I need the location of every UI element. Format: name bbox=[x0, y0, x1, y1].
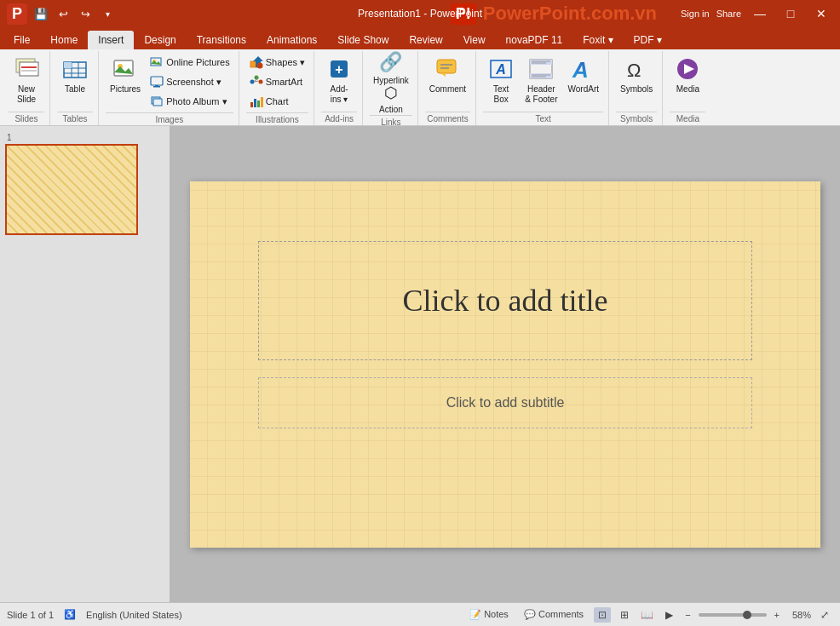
addins-label: Add-ins ▾ bbox=[331, 84, 348, 105]
svg-rect-34 bbox=[437, 60, 456, 73]
addins-button[interactable]: + Add-ins ▾ bbox=[321, 53, 357, 107]
symbols-icon: Ω bbox=[623, 55, 650, 83]
qat-save-button[interactable]: 💾 bbox=[32, 5, 49, 22]
svg-marker-35 bbox=[440, 73, 446, 77]
quick-access-toolbar: P 💾 ↩ ↪ ▾ bbox=[7, 3, 116, 25]
slide-bg-preview bbox=[7, 146, 136, 233]
wordart-button[interactable]: A WordArt bbox=[564, 53, 604, 97]
tab-foxit[interactable]: Foxit ▾ bbox=[572, 31, 623, 49]
symbols-label: Symbols bbox=[620, 84, 653, 95]
header-footer-icon bbox=[527, 55, 555, 83]
screenshot-label: Screenshot ▾ bbox=[166, 77, 222, 88]
tab-animations[interactable]: Animations bbox=[256, 31, 327, 49]
watermark-text: PowerPoint.com.vn bbox=[483, 3, 657, 25]
svg-rect-28 bbox=[250, 102, 253, 107]
svg-rect-30 bbox=[257, 101, 260, 107]
tab-review[interactable]: Review bbox=[399, 31, 452, 49]
group-comments-label: Comments bbox=[425, 112, 470, 125]
qat-undo-button[interactable]: ↩ bbox=[55, 5, 72, 22]
reading-view-button[interactable]: 📖 bbox=[638, 607, 655, 623]
status-bar: Slide 1 of 1 ♿ English (United States) 📝… bbox=[0, 602, 840, 626]
zoom-minus-button[interactable]: − bbox=[682, 610, 693, 620]
pictures-icon bbox=[112, 55, 139, 83]
svg-rect-17 bbox=[155, 85, 158, 86]
tab-design[interactable]: Design bbox=[134, 31, 186, 49]
fit-slide-button[interactable]: ⤢ bbox=[816, 607, 833, 623]
notes-button[interactable]: 📝 Notes bbox=[464, 608, 514, 621]
qat-redo-button[interactable]: ↪ bbox=[77, 5, 94, 22]
media-button[interactable]: Media bbox=[670, 53, 705, 97]
screenshot-button[interactable]: Screenshot ▾ bbox=[147, 72, 233, 91]
tab-pdf[interactable]: PDF ▾ bbox=[624, 31, 672, 49]
maximize-button[interactable]: □ bbox=[779, 4, 803, 23]
group-text: A TextBox Header& Footer A WordArt Text bbox=[478, 51, 609, 125]
textbox-button[interactable]: A TextBox bbox=[483, 53, 519, 107]
comments-icon: 💬 bbox=[524, 609, 536, 619]
slide-preview[interactable] bbox=[5, 144, 138, 235]
action-button[interactable]: ⬡ Action bbox=[370, 83, 412, 113]
accessibility-icon[interactable]: ♿ bbox=[64, 609, 76, 620]
shapes-button[interactable]: Shapes ▾ bbox=[246, 53, 308, 72]
header-footer-button[interactable]: Header& Footer bbox=[521, 53, 561, 107]
tab-novapdf[interactable]: novaPDF 11 bbox=[496, 31, 573, 49]
textbox-icon: A bbox=[487, 55, 515, 83]
tab-insert[interactable]: Insert bbox=[88, 31, 134, 49]
svg-text:Ω: Ω bbox=[627, 60, 641, 81]
zoom-level[interactable]: 58% bbox=[787, 610, 811, 620]
minimize-button[interactable]: — bbox=[748, 4, 772, 23]
pictures-button[interactable]: Pictures bbox=[106, 53, 145, 97]
zoom-slider[interactable] bbox=[699, 613, 767, 617]
svg-point-23 bbox=[250, 80, 254, 84]
ribbon-tab-bar: File Home Insert Design Transitions Anim… bbox=[0, 27, 840, 49]
subtitle-placeholder[interactable]: Click to add subtitle bbox=[258, 377, 752, 428]
tab-home[interactable]: Home bbox=[40, 31, 88, 49]
group-links: 🔗 Hyperlink ⬡ Action Links bbox=[365, 51, 418, 125]
ppt-logo: P bbox=[7, 3, 27, 25]
online-pictures-button[interactable]: Online Pictures bbox=[147, 53, 233, 72]
photo-album-button[interactable]: Photo Album ▾ bbox=[147, 92, 233, 111]
tab-file[interactable]: File bbox=[3, 31, 40, 49]
slideshow-button[interactable]: ▶ bbox=[660, 607, 677, 623]
comment-button[interactable]: Comment bbox=[425, 53, 470, 97]
title-placeholder-text: Click to add title bbox=[403, 283, 608, 319]
chart-button[interactable]: Chart bbox=[246, 92, 308, 111]
svg-text:A: A bbox=[495, 62, 506, 77]
new-slide-button[interactable]: NewSlide bbox=[9, 53, 44, 107]
branding-area: P! PowerPoint.com.vn Sign in Share — □ ✕ bbox=[451, 3, 833, 25]
smartart-button[interactable]: SmartArt bbox=[246, 72, 308, 91]
group-text-label: Text bbox=[483, 112, 603, 125]
svg-rect-9 bbox=[64, 62, 72, 68]
group-addins: + Add-ins ▾ Add-ins bbox=[316, 51, 363, 125]
zoom-plus-button[interactable]: + bbox=[772, 610, 782, 620]
action-icon: ⬡ bbox=[384, 83, 398, 102]
table-button[interactable]: Table bbox=[57, 53, 93, 97]
canvas-area[interactable]: Click to add title Click to add subtitle bbox=[170, 126, 840, 602]
svg-rect-42 bbox=[530, 73, 552, 78]
hyperlink-button[interactable]: 🔗 Hyperlink bbox=[370, 53, 412, 83]
signin-link[interactable]: Sign in bbox=[681, 9, 710, 19]
qat-customize-button[interactable]: ▾ bbox=[99, 5, 116, 22]
tab-slideshow[interactable]: Slide Show bbox=[327, 31, 399, 49]
title-placeholder[interactable]: Click to add title bbox=[258, 241, 752, 360]
tab-view[interactable]: View bbox=[453, 31, 496, 49]
wordart-label: WordArt bbox=[568, 84, 600, 95]
share-button[interactable]: Share bbox=[716, 9, 741, 19]
shapes-icon bbox=[250, 55, 263, 69]
slide-thumbnail-1[interactable]: 1 bbox=[5, 133, 164, 235]
title-bar: P 💾 ↩ ↪ ▾ Presentation1 - PowerPoint P! … bbox=[0, 0, 840, 27]
table-label: Table bbox=[65, 84, 85, 95]
language-indicator: English (United States) bbox=[86, 610, 182, 620]
symbols-button[interactable]: Ω Symbols bbox=[616, 53, 657, 97]
slide-canvas[interactable]: Click to add title Click to add subtitle bbox=[190, 181, 820, 548]
close-button[interactable]: ✕ bbox=[809, 4, 833, 23]
normal-view-button[interactable]: ⊡ bbox=[594, 607, 611, 623]
comment-label: Comment bbox=[429, 84, 466, 95]
group-illustrations-label: Illustrations bbox=[246, 112, 308, 126]
group-media-label: Media bbox=[670, 112, 705, 125]
comment-icon bbox=[434, 55, 461, 83]
tab-transitions[interactable]: Transitions bbox=[187, 31, 256, 49]
comments-button[interactable]: 💬 Comments bbox=[519, 608, 589, 621]
comments-label: Comments bbox=[538, 609, 584, 619]
slide-sorter-button[interactable]: ⊞ bbox=[616, 607, 633, 623]
photo-album-icon bbox=[150, 95, 164, 108]
